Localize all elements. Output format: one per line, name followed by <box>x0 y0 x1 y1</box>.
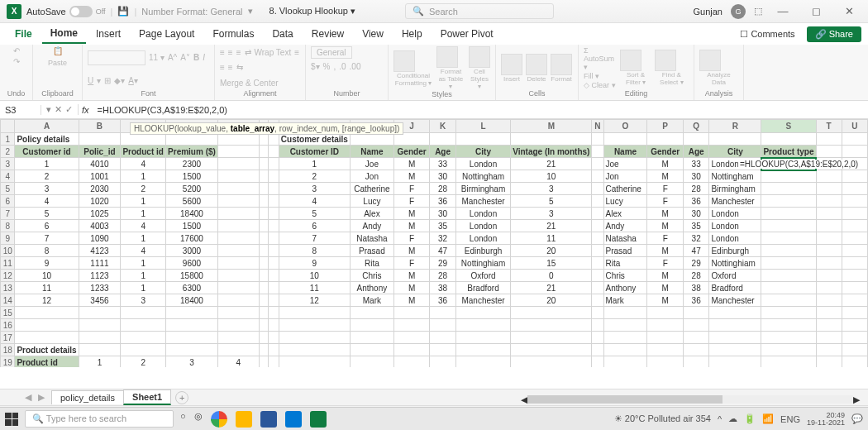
cell-F9[interactable] <box>259 232 268 245</box>
cell-G3[interactable] <box>269 158 279 170</box>
row-header[interactable]: 7 <box>1 208 15 220</box>
cell-L8[interactable]: London <box>455 220 510 232</box>
cell-C15[interactable] <box>121 307 166 319</box>
cell-J2[interactable]: Gender <box>393 146 429 158</box>
dec-decimal-button[interactable]: .00 <box>350 62 361 71</box>
cell-T11[interactable] <box>816 257 842 270</box>
cell-F19[interactable] <box>259 356 268 368</box>
cell-L19[interactable] <box>455 356 510 368</box>
cell-E9[interactable] <box>217 232 259 245</box>
cell-P17[interactable] <box>647 332 683 344</box>
cell-N4[interactable] <box>592 170 603 183</box>
cell-F18[interactable] <box>259 344 268 356</box>
cell-K5[interactable]: 28 <box>430 183 456 195</box>
cell-B4[interactable]: 1001 <box>79 170 121 183</box>
cell-A5[interactable]: 3 <box>15 183 79 195</box>
cell-G19[interactable] <box>269 356 279 368</box>
hscrollbar[interactable] <box>527 395 853 404</box>
cell-U15[interactable] <box>842 307 867 319</box>
cell-U4[interactable] <box>842 170 867 183</box>
cell-L4[interactable]: Nottingham <box>455 170 510 183</box>
cell-S8[interactable] <box>761 220 816 232</box>
cell-P7[interactable]: M <box>647 208 683 220</box>
cell-L9[interactable]: London <box>455 232 510 245</box>
cell-I10[interactable]: Prasad <box>350 245 393 257</box>
cell-G9[interactable] <box>269 232 279 245</box>
cell-M9[interactable]: 11 <box>511 232 592 245</box>
formula-input[interactable]: =HLOOKUP(C3,A$19:E$20,2,0) <box>93 105 868 115</box>
cell-M14[interactable]: 20 <box>511 294 592 307</box>
cell-S6[interactable] <box>761 195 816 208</box>
col-header[interactable]: L <box>455 120 510 133</box>
minimize-button[interactable]: — <box>770 5 795 17</box>
cell-N11[interactable] <box>592 257 603 270</box>
cell-S18[interactable] <box>761 344 816 356</box>
tab-power-pivot[interactable]: Power Pivot <box>432 25 502 43</box>
cell-E7[interactable] <box>217 208 259 220</box>
cell-Q11[interactable]: 29 <box>683 257 709 270</box>
tab-insert[interactable]: Insert <box>88 25 129 43</box>
cell-A17[interactable] <box>15 332 79 344</box>
cell-C17[interactable] <box>121 332 166 344</box>
cell-D13[interactable]: 6300 <box>166 282 218 294</box>
cell-N5[interactable] <box>592 183 603 195</box>
cell-P16[interactable] <box>647 319 683 332</box>
cell-N12[interactable] <box>592 270 603 282</box>
cell-N8[interactable] <box>592 220 603 232</box>
cell-C8[interactable]: 4 <box>121 220 166 232</box>
close-button[interactable]: ✕ <box>837 5 861 17</box>
cell-M8[interactable]: 21 <box>511 220 592 232</box>
cell-T18[interactable] <box>816 344 842 356</box>
cell-L14[interactable]: Manchester <box>455 294 510 307</box>
cell-B5[interactable]: 2030 <box>79 183 121 195</box>
cell-T4[interactable] <box>816 170 842 183</box>
cell-L1[interactable] <box>455 133 510 146</box>
cell-H10[interactable]: 8 <box>279 245 350 257</box>
cell-R11[interactable]: Nottinghiam <box>709 257 761 270</box>
cell-D15[interactable] <box>166 307 218 319</box>
name-box[interactable]: S3 <box>0 105 41 115</box>
cell-G17[interactable] <box>269 332 279 344</box>
cell-N17[interactable] <box>592 332 603 344</box>
insert-cells-icon[interactable] <box>501 54 522 75</box>
cell-F4[interactable] <box>259 170 268 183</box>
cell-L2[interactable]: City <box>455 146 510 158</box>
cell-O16[interactable] <box>603 319 647 332</box>
cell-R6[interactable]: Manchester <box>709 195 761 208</box>
col-header[interactable]: K <box>430 120 456 133</box>
cell-U6[interactable] <box>842 195 867 208</box>
tab-help[interactable]: Help <box>393 25 431 43</box>
cell-P14[interactable]: M <box>647 294 683 307</box>
cancel-formula-icon[interactable]: ✕ <box>55 104 62 115</box>
cell-E14[interactable] <box>217 294 259 307</box>
lang-indicator[interactable]: ENG <box>780 414 800 424</box>
notifications-icon[interactable]: 💬 <box>851 413 863 424</box>
cell-F3[interactable] <box>259 158 268 170</box>
cell-J3[interactable]: M <box>393 158 429 170</box>
cell-O2[interactable]: Name <box>603 146 647 158</box>
cell-B10[interactable]: 4123 <box>79 245 121 257</box>
cell-O9[interactable]: Natasha <box>603 232 647 245</box>
cell-H13[interactable]: 11 <box>279 282 350 294</box>
cell-P2[interactable]: Gender <box>647 146 683 158</box>
cell-R16[interactable] <box>709 319 761 332</box>
col-header[interactable]: U <box>842 120 867 133</box>
cell-G5[interactable] <box>269 183 279 195</box>
cell-L12[interactable]: Oxford <box>455 270 510 282</box>
word-icon[interactable] <box>260 411 277 428</box>
cell-T6[interactable] <box>816 195 842 208</box>
cell-D4[interactable]: 1500 <box>166 170 218 183</box>
cell-E13[interactable] <box>217 282 259 294</box>
cell-P11[interactable]: F <box>647 257 683 270</box>
cell-P12[interactable]: M <box>647 270 683 282</box>
font-color-button[interactable]: A▾ <box>128 76 138 85</box>
cell-J5[interactable]: F <box>393 183 429 195</box>
cell-B18[interactable] <box>79 344 121 356</box>
cell-P3[interactable]: M <box>647 158 683 170</box>
cell-U7[interactable] <box>842 208 867 220</box>
weather-widget[interactable]: ☀ 20°C Polluted air 354 <box>614 413 711 424</box>
cell-U13[interactable] <box>842 282 867 294</box>
accept-formula-icon[interactable]: ✓ <box>65 104 73 115</box>
cell-S19[interactable] <box>761 356 816 368</box>
cell-J7[interactable]: M <box>393 208 429 220</box>
